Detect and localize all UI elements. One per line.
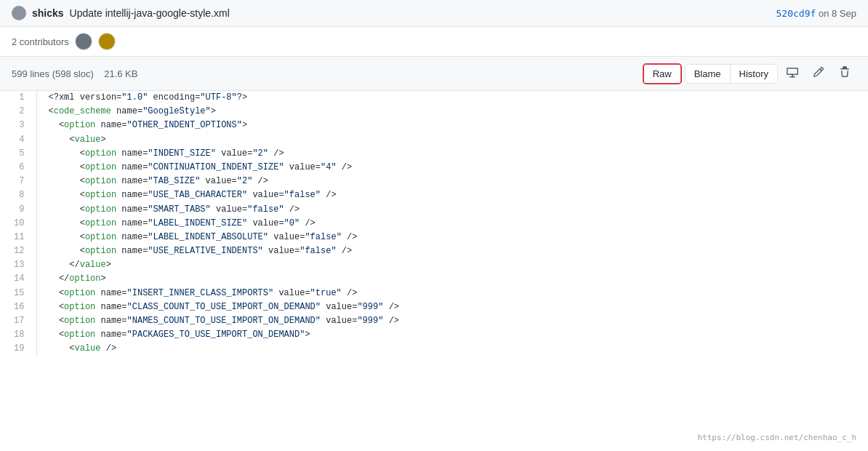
table-row: 6 <option name="CONTINUATION_INDENT_SIZE… <box>0 161 868 175</box>
table-row: 1<?xml version="1.0" encoding="UTF-8"?> <box>0 91 868 105</box>
edit-icon <box>813 66 824 78</box>
raw-btn-highlight: Raw <box>643 63 682 84</box>
code-table: 1<?xml version="1.0" encoding="UTF-8"?>2… <box>0 91 868 356</box>
delete-icon-button[interactable] <box>833 63 856 84</box>
raw-button[interactable]: Raw <box>644 65 680 83</box>
line-number: 9 <box>0 203 36 217</box>
line-number: 16 <box>0 300 36 314</box>
desktop-icon <box>787 66 798 78</box>
table-row: 16 <option name="CLASS_COUNT_TO_USE_IMPO… <box>0 300 868 314</box>
line-code: <option name="SMART_TABS" value="false" … <box>36 203 868 217</box>
desktop-icon-button[interactable] <box>781 63 804 84</box>
table-row: 15 <option name="INSERT_INNER_CLASS_IMPO… <box>0 287 868 300</box>
line-number: 19 <box>0 342 36 356</box>
line-code: <code_scheme name="GoogleStyle"> <box>36 105 868 119</box>
line-code: <?xml version="1.0" encoding="UTF-8"?> <box>36 91 868 105</box>
history-button[interactable]: History <box>731 65 777 83</box>
contributors-label: 2 contributors <box>12 36 69 47</box>
file-meta: 599 lines (598 sloc) 21.6 KB <box>12 68 137 79</box>
table-row: 14 </option> <box>0 272 868 286</box>
line-number: 17 <box>0 314 36 328</box>
line-code: <option name="LABEL_INDENT_SIZE" value="… <box>36 217 868 231</box>
line-code: <option name="LABEL_INDENT_ABSOLUTE" val… <box>36 231 868 244</box>
blame-button[interactable]: Blame <box>686 65 731 83</box>
line-number: 3 <box>0 119 36 132</box>
line-code: <option name="NAMES_COUNT_TO_USE_IMPORT_… <box>36 314 868 328</box>
line-number: 10 <box>0 217 36 231</box>
table-row: 7 <option name="TAB_SIZE" value="2" /> <box>0 175 868 188</box>
contributors-bar: 2 contributors <box>0 27 868 57</box>
table-row: 12 <option name="USE_RELATIVE_INDENTS" v… <box>0 244 868 258</box>
line-code: <option name="OTHER_INDENT_OPTIONS"> <box>36 119 868 132</box>
table-row: 19 <value /> <box>0 342 868 356</box>
commit-info-left: shicks Update intellij-java-google-style… <box>12 6 230 20</box>
file-lines: 599 lines <box>12 68 49 79</box>
line-number: 4 <box>0 133 36 147</box>
line-code: </option> <box>36 272 868 286</box>
line-number: 1 <box>0 91 36 105</box>
line-code: <option name="CONTINUATION_INDENT_SIZE" … <box>36 161 868 175</box>
file-size: 21.6 KB <box>104 68 137 79</box>
commit-hash-info: 520cd9f on 8 Sep <box>776 8 856 19</box>
line-code: <value> <box>36 133 868 147</box>
line-number: 13 <box>0 258 36 272</box>
line-code: <option name="USE_RELATIVE_INDENTS" valu… <box>36 244 868 258</box>
line-code: <option name="INSERT_INNER_CLASS_IMPORTS… <box>36 287 868 300</box>
line-number: 18 <box>0 328 36 342</box>
edit-icon-button[interactable] <box>807 63 830 84</box>
table-row: 9 <option name="SMART_TABS" value="false… <box>0 203 868 217</box>
line-number: 5 <box>0 147 36 161</box>
file-sloc: (598 sloc) <box>52 68 94 79</box>
table-row: 17 <option name="NAMES_COUNT_TO_USE_IMPO… <box>0 314 868 328</box>
table-row: 11 <option name="LABEL_INDENT_ABSOLUTE" … <box>0 231 868 244</box>
code-area: 1<?xml version="1.0" encoding="UTF-8"?>2… <box>0 91 868 356</box>
line-number: 8 <box>0 188 36 202</box>
line-number: 11 <box>0 231 36 244</box>
line-code: <value /> <box>36 342 868 356</box>
table-row: 2<code_scheme name="GoogleStyle"> <box>0 105 868 119</box>
line-code: <option name="USE_TAB_CHARACTER" value="… <box>36 188 868 202</box>
table-row: 3 <option name="OTHER_INDENT_OPTIONS"> <box>0 119 868 132</box>
commit-author[interactable]: shicks <box>32 7 64 19</box>
commit-message: Update intellij-java-google-style.xml <box>70 7 230 19</box>
commit-hash[interactable]: 520cd9f <box>776 8 816 19</box>
commit-date: on 8 Sep <box>819 8 856 19</box>
commit-bar: shicks Update intellij-java-google-style… <box>0 0 868 27</box>
delete-icon <box>839 66 851 78</box>
line-code: <option name="INDENT_SIZE" value="2" /> <box>36 147 868 161</box>
line-code: <option name="CLASS_COUNT_TO_USE_IMPORT_… <box>36 300 868 314</box>
table-row: 8 <option name="USE_TAB_CHARACTER" value… <box>0 188 868 202</box>
table-row: 18 <option name="PACKAGES_TO_USE_IMPORT_… <box>0 328 868 342</box>
line-number: 12 <box>0 244 36 258</box>
table-row: 10 <option name="LABEL_INDENT_SIZE" valu… <box>0 217 868 231</box>
table-row: 5 <option name="INDENT_SIZE" value="2" /… <box>0 147 868 161</box>
line-number: 14 <box>0 272 36 286</box>
line-number: 2 <box>0 105 36 119</box>
line-code: <option name="PACKAGES_TO_USE_IMPORT_ON_… <box>36 328 868 342</box>
contributor-avatar-2[interactable] <box>98 33 116 50</box>
line-number: 6 <box>0 161 36 175</box>
line-number: 7 <box>0 175 36 188</box>
table-row: 13 </value> <box>0 258 868 272</box>
file-toolbar: 599 lines (598 sloc) 21.6 KB Raw Blame H… <box>0 57 868 91</box>
line-number: 15 <box>0 287 36 300</box>
line-code: <option name="TAB_SIZE" value="2" /> <box>36 175 868 188</box>
author-avatar <box>12 6 26 20</box>
blame-history-group: Blame History <box>685 64 778 84</box>
contributor-avatar-1[interactable] <box>75 33 92 50</box>
file-actions: Raw Blame History <box>643 63 856 84</box>
line-code: </value> <box>36 258 868 272</box>
table-row: 4 <value> <box>0 133 868 147</box>
